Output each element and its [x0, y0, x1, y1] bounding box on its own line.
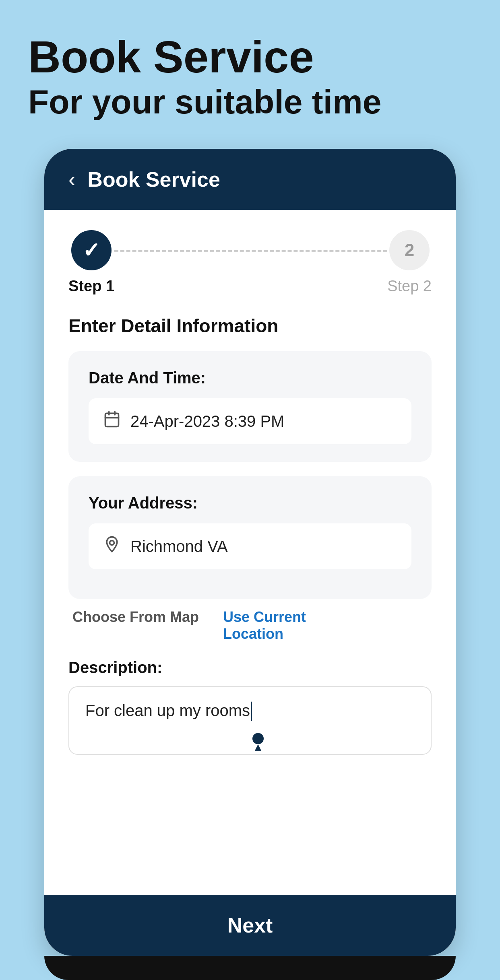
page-title-line1: Book Service: [28, 32, 472, 82]
date-time-label: Date And Time:: [89, 369, 411, 387]
svg-rect-0: [105, 413, 119, 426]
back-button[interactable]: ‹: [68, 167, 75, 191]
step-2-label: Step 2: [387, 278, 432, 295]
location-icon: [103, 535, 121, 557]
phone-top-bar: ‹ Book Service: [44, 149, 456, 210]
description-text: For clean up my rooms: [85, 702, 250, 720]
next-button[interactable]: Next: [44, 895, 456, 953]
step-connector: [114, 250, 387, 252]
step-2-circle: 2: [389, 230, 430, 270]
section-title: Enter Detail Information: [68, 315, 432, 337]
address-label: Your Address:: [89, 494, 411, 512]
phone-bottom-bar: [44, 956, 456, 980]
date-time-card: Date And Time: 24-Apr-2023 8:39 PM: [68, 351, 432, 462]
step-1-circle: ✓: [71, 230, 112, 270]
description-field[interactable]: For clean up my rooms: [68, 686, 432, 755]
step-1-item: ✓ Step 1: [68, 230, 114, 295]
phone-screen-title: Book Service: [87, 167, 220, 191]
address-value: Richmond VA: [130, 537, 228, 556]
date-time-value: 24-Apr-2023 8:39 PM: [130, 412, 284, 430]
step-1-label: Step 1: [68, 278, 114, 295]
page-title-line2: For your suitable time: [28, 82, 472, 122]
page-header: Book Service For your suitable time: [0, 0, 500, 142]
svg-point-5: [252, 733, 264, 744]
steps-indicator: ✓ Step 1 2 Step 2: [68, 230, 432, 295]
description-label: Description:: [68, 659, 432, 677]
use-current-line1: Use Current: [223, 609, 306, 625]
step-2-item: 2 Step 2: [387, 230, 432, 295]
use-current-line2: Location: [223, 626, 283, 642]
use-current-location-button[interactable]: Use Current Location: [223, 609, 306, 642]
phone-container: ‹ Book Service ✓ Step 1 2 Step 2 Enter D…: [44, 149, 456, 956]
calendar-icon: [103, 410, 121, 432]
text-cursor: [251, 702, 252, 721]
step-2-number: 2: [405, 240, 414, 260]
address-card: Your Address: Richmond VA: [68, 476, 432, 599]
choose-from-map-button[interactable]: Choose From Map: [72, 609, 199, 642]
date-time-field[interactable]: 24-Apr-2023 8:39 PM: [89, 398, 411, 444]
check-icon: ✓: [83, 238, 100, 262]
address-actions: Choose From Map Use Current Location: [68, 609, 432, 642]
phone-body: ✓ Step 1 2 Step 2 Enter Detail Informati…: [44, 210, 456, 953]
address-field[interactable]: Richmond VA: [89, 523, 411, 569]
cursor-handle: [251, 733, 265, 751]
svg-point-4: [110, 541, 114, 545]
